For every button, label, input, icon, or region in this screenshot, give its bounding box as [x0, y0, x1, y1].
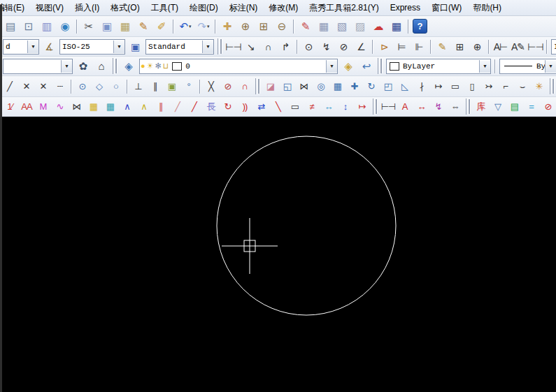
nozzle-icon[interactable]: ▽: [490, 98, 506, 116]
center-mark-icon[interactable]: ⊕: [469, 38, 486, 56]
rotate-red-icon[interactable]: ↻: [220, 98, 236, 116]
undo-icon[interactable]: ↶▾: [176, 17, 194, 36]
layer-previous-icon[interactable]: ↩: [357, 57, 376, 75]
snap-none-icon[interactable]: ⊘: [220, 78, 236, 96]
menu-view[interactable]: 视图(V): [30, 2, 69, 14]
print-preview-icon[interactable]: ⊡: [20, 17, 38, 36]
osnap-settings-icon[interactable]: ∩: [236, 78, 253, 96]
layer-select[interactable]: ●☀✻⊔0▼: [139, 59, 338, 74]
rect-tool-icon[interactable]: ▭: [287, 98, 304, 116]
pan-icon[interactable]: ✚: [218, 17, 236, 36]
dimension-edit-icon[interactable]: A⊢: [492, 38, 509, 56]
chamfer-icon[interactable]: ⌐: [497, 78, 514, 96]
dropdown-arrow-icon[interactable]: ▼: [113, 41, 124, 53]
menu-edit[interactable]: 编辑(E): [0, 2, 30, 14]
snap-perpendicular-icon[interactable]: ⊥: [130, 78, 147, 96]
swap-arrows-icon[interactable]: ⇄: [253, 98, 270, 116]
radius-dimension-icon[interactable]: ⊙: [300, 38, 318, 56]
copy-clip-icon[interactable]: ▣: [98, 17, 116, 36]
workspace-select[interactable]: d▼: [3, 39, 39, 55]
markup-set-icon[interactable]: ▨: [351, 17, 369, 36]
dim-style-icon[interactable]: ∡: [41, 38, 58, 56]
quick-dimension-icon[interactable]: ⊳: [376, 38, 393, 56]
fillet-icon[interactable]: ⌣: [514, 78, 531, 96]
long-text-icon[interactable]: 長: [203, 98, 220, 116]
dimension-text-edit-icon[interactable]: A✎: [509, 38, 527, 56]
red-line-icon[interactable]: ╱: [186, 98, 203, 116]
move-icon[interactable]: ✚: [346, 78, 363, 96]
dropdown-arrow-icon[interactable]: ▼: [479, 60, 490, 73]
extend-red-icon[interactable]: ↦: [354, 98, 371, 116]
snap-intersection-icon[interactable]: ✕: [18, 78, 35, 96]
color-select[interactable]: ByLayer▼: [386, 59, 491, 74]
dim-corner-icon[interactable]: ⊢⊣: [380, 98, 397, 116]
redo-icon[interactable]: ↷▾: [194, 17, 213, 36]
jogged-dimension-icon[interactable]: ↯: [318, 38, 335, 56]
menu-yanxiu-toolbox[interactable]: 燕秀工具箱2.81(Y): [304, 2, 384, 14]
polyline-magenta-icon[interactable]: M: [35, 98, 52, 116]
angular-dimension-icon[interactable]: ∠: [352, 38, 370, 56]
offset-icon[interactable]: ◎: [313, 78, 329, 96]
menu-tools[interactable]: 工具(T): [145, 2, 184, 14]
help-icon[interactable]: ?: [413, 19, 427, 34]
quick-leader-icon[interactable]: ✎: [434, 38, 451, 56]
mirror-icon[interactable]: ⋈: [296, 78, 313, 96]
mold-base-icon[interactable]: ▤: [506, 98, 523, 116]
snap-center-icon[interactable]: ⊙: [74, 78, 91, 96]
menu-draw[interactable]: 绘图(D): [184, 2, 224, 14]
dim-angle-bracket-icon[interactable]: ⇔: [447, 98, 464, 116]
dimension-update-icon[interactable]: ⊢⊣: [527, 38, 544, 56]
menu-dimension[interactable]: 标注(N): [224, 2, 264, 14]
break-icon[interactable]: ▯: [464, 78, 480, 96]
snap-extension-icon[interactable]: ┄: [52, 78, 69, 96]
publish-icon[interactable]: ▥: [38, 17, 56, 36]
layer-manager-icon[interactable]: ◈: [120, 57, 138, 75]
print-icon[interactable]: ▤: [1, 17, 20, 36]
revision-cloud-icon[interactable]: ☁: [369, 17, 387, 36]
layout-grid-icon[interactable]: ▦: [315, 17, 333, 36]
hatch-lines-icon[interactable]: ∥: [152, 98, 169, 116]
snap-tangent-icon[interactable]: ○: [108, 78, 124, 96]
dim-style-select-2[interactable]: ISO-25▼: [551, 39, 556, 55]
zoom-window-icon[interactable]: ⊞: [255, 17, 273, 36]
menu-help[interactable]: 帮助(H): [467, 2, 507, 14]
text-style-select[interactable]: Standard▼: [145, 39, 214, 55]
dropdown-arrow-icon[interactable]: ▾: [189, 24, 192, 29]
dot-line-icon[interactable]: ╲: [270, 98, 287, 116]
menu-insert[interactable]: 插入(I): [69, 2, 105, 14]
menu-format[interactable]: 格式(O): [105, 2, 145, 14]
vent-circle-icon[interactable]: ⊘: [540, 98, 556, 116]
match-lightning-icon[interactable]: ✐: [152, 17, 171, 36]
snap-endpoint-icon[interactable]: ╱: [1, 78, 18, 96]
gear-icon[interactable]: ✿: [74, 57, 92, 75]
trim-icon[interactable]: ∤: [413, 78, 430, 96]
dim-text-red-icon[interactable]: A: [397, 98, 413, 116]
flag-icon[interactable]: ⌂: [92, 57, 111, 75]
extend-icon[interactable]: ↦: [430, 78, 447, 96]
angle-yellow-icon[interactable]: ∧: [136, 98, 152, 116]
web-icon[interactable]: ◉: [56, 17, 74, 36]
sheet-set-icon[interactable]: ▧: [333, 17, 351, 36]
wave-line-icon[interactable]: ∿: [52, 98, 69, 116]
dim-red-arrow-icon[interactable]: ↔: [413, 98, 430, 116]
erase-icon[interactable]: ◪: [262, 78, 279, 96]
dim-style-select[interactable]: ISO-25▼: [59, 39, 125, 55]
make-object-layer-current-icon[interactable]: ◈: [339, 57, 357, 75]
diameter-dimension-icon[interactable]: ⊘: [335, 38, 352, 56]
tolerance-icon[interactable]: ⊞: [451, 38, 469, 56]
menu-window[interactable]: 窗口(W): [426, 2, 467, 14]
rotate-icon[interactable]: ↻: [363, 78, 380, 96]
section-symbol-icon[interactable]: ⋈: [69, 98, 85, 116]
dropdown-arrow-icon[interactable]: ▼: [61, 60, 72, 73]
ordinate-dimension-icon[interactable]: ↱: [277, 38, 294, 56]
zoom-previous-icon[interactable]: ⊖: [273, 17, 291, 36]
connector-icon[interactable]: =: [523, 98, 540, 116]
snap-insert-icon[interactable]: ▣: [164, 78, 180, 96]
purple-bolt-icon[interactable]: ↯: [430, 98, 447, 116]
dropdown-arrow-icon[interactable]: ▼: [545, 60, 556, 73]
linear-dimension-icon[interactable]: ⊢⊣: [224, 38, 242, 56]
join-icon[interactable]: ↣: [480, 78, 497, 96]
snap-parallel-icon[interactable]: ∥: [147, 78, 164, 96]
grid-yellow-icon[interactable]: ▦: [85, 98, 102, 116]
text-style-icon[interactable]: ▣: [127, 38, 144, 56]
